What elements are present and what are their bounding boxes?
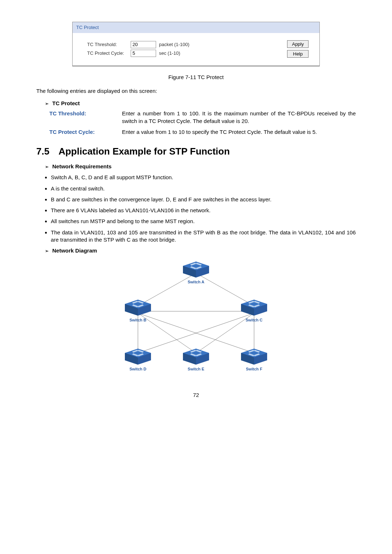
list-item: A is the central switch. (51, 185, 356, 192)
page-number: 72 (36, 391, 356, 399)
switch-icon (125, 349, 151, 365)
network-requirements-heading: Network Requirements (45, 163, 356, 170)
figure-caption: Figure 7-11 TC Protect (36, 74, 356, 81)
list-item: All switches run MSTP and belong to the … (51, 218, 356, 225)
switch-d-label: Switch D (130, 367, 147, 371)
tc-threshold-row: TC Threshold: packet (1-100) (87, 41, 287, 48)
switch-icon (241, 349, 267, 365)
tc-threshold-hint: packet (1-100) (159, 41, 189, 48)
apply-button[interactable]: Apply (287, 40, 309, 48)
list-item: There are 6 VLANs labeled as VLAN101-VLA… (51, 207, 356, 214)
switch-icon (183, 349, 209, 365)
switch-d-node: Switch D (125, 349, 151, 371)
def-tc-threshold-term: TC Threshold: (49, 110, 122, 125)
def-tc-threshold: TC Threshold: Enter a number from 1 to 1… (49, 110, 356, 125)
tc-protect-heading: TC Protect (45, 100, 356, 107)
tc-cycle-row: TC Protect Cycle: sec (1-10) (87, 50, 287, 57)
switch-icon (241, 300, 267, 316)
def-tc-cycle-term: TC Protect Cycle: (49, 128, 122, 136)
switch-c-node: Switch C (241, 300, 267, 322)
switch-c-label: Switch C (246, 318, 263, 322)
list-item: The data in VLAN101, 103 and 105 are tra… (51, 229, 356, 244)
switch-icon (125, 300, 151, 316)
figure-panel-header: TC Protect (73, 22, 319, 33)
network-diagram-svg: Switch A Switch B Switch C Switch D Swit… (109, 259, 283, 375)
tc-protect-figure: TC Protect TC Threshold: packet (1-100) … (72, 22, 320, 66)
def-tc-cycle-text: Enter a value from 1 to 10 to specify th… (122, 128, 356, 136)
switch-a-node: Switch A (183, 262, 209, 284)
definition-list: TC Threshold: Enter a number from 1 to 1… (49, 110, 356, 136)
intro-text: The following entries are displayed on t… (36, 87, 356, 95)
tc-cycle-label: TC Protect Cycle: (87, 50, 131, 57)
network-diagram-heading: Network Diagram (45, 247, 356, 254)
figure-buttons: Apply Help (287, 40, 309, 58)
switch-e-node: Switch E (183, 349, 209, 371)
tc-cycle-input[interactable] (131, 50, 156, 57)
svg-line-3 (196, 273, 254, 306)
switch-f-node: Switch F (241, 349, 267, 371)
switch-e-label: Switch E (188, 367, 204, 371)
switch-icon (183, 262, 209, 278)
switch-b-label: Switch B (130, 318, 147, 322)
list-item: Switch A, B, C, D and E all support MSTP… (51, 174, 356, 181)
help-button[interactable]: Help (287, 50, 309, 58)
switch-f-label: Switch F (246, 367, 262, 371)
figure-fields: TC Threshold: packet (1-100) TC Protect … (87, 40, 287, 58)
network-diagram: Switch A Switch B Switch C Switch D Swit… (36, 259, 356, 377)
requirements-list: Switch A, B, C, D and E all support MSTP… (36, 174, 356, 243)
tc-cycle-hint: sec (1-10) (159, 50, 180, 57)
switch-b-node: Switch B (125, 300, 151, 322)
def-tc-threshold-text: Enter a number from 1 to 100. It is the … (122, 110, 356, 125)
figure-panel-body: TC Threshold: packet (1-100) TC Protect … (73, 33, 319, 66)
tc-threshold-label: TC Threshold: (87, 41, 131, 48)
svg-line-2 (138, 273, 196, 306)
svg-line-6 (138, 313, 196, 353)
diagram-links (138, 273, 254, 353)
section-heading: 7.5 Application Example for STP Function (36, 145, 356, 158)
switch-a-label: Switch A (188, 280, 204, 284)
list-item: B and C are switches in the convergence … (51, 196, 356, 203)
def-tc-cycle: TC Protect Cycle: Enter a value from 1 t… (49, 128, 356, 136)
tc-threshold-input[interactable] (131, 41, 156, 48)
